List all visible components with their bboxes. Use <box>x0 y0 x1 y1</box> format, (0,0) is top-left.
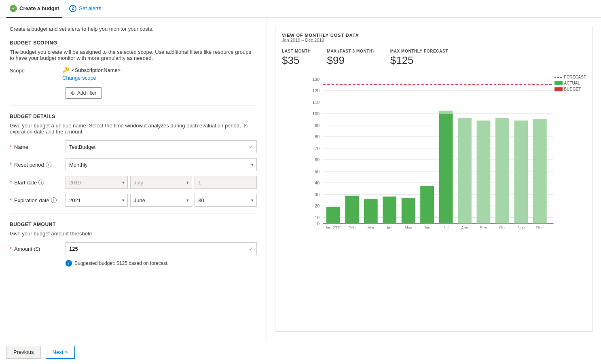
exp-year-select[interactable]: 202120222023 <box>66 194 128 207</box>
stats-row: LAST MONTH $35 MAX (PAST 8 MONTH) $99 MA… <box>282 49 586 67</box>
next-button[interactable]: Next > <box>46 346 75 359</box>
svg-text:Nov: Nov <box>517 226 525 229</box>
start-date-fields: 201920202021 JulyJanuaryFebruary <box>66 176 257 189</box>
name-row: * Name ✓ <box>10 140 257 153</box>
expiration-date-row: * Expiration date i 202120222023 JuneJan… <box>10 194 257 207</box>
budget-scoping-desc: The budget you create will be assigned t… <box>10 49 257 61</box>
svg-text:80: 80 <box>315 134 320 139</box>
bar-jul <box>439 114 453 223</box>
legend-actual-label: ACTUAL <box>564 81 580 85</box>
svg-text:Oct: Oct <box>499 226 506 229</box>
amount-input-wrapper: ✓ <box>66 242 257 255</box>
tab-num-icon: 2 <box>69 5 76 12</box>
budget-amount-title: BUDGET AMOUNT <box>10 222 257 227</box>
add-filter-button[interactable]: ⊕ Add filter <box>66 87 102 99</box>
bar-apr <box>383 197 396 224</box>
key-icon: 🔑 <box>62 67 69 73</box>
legend-forecast-label: FORECAST <box>564 75 586 79</box>
svg-text:20: 20 <box>315 203 320 208</box>
svg-text:Feb: Feb <box>349 226 356 229</box>
start-year-select[interactable]: 201920202021 <box>66 176 128 189</box>
start-year-wrapper: 201920202021 <box>66 176 128 189</box>
exp-day-select[interactable]: 30128 <box>195 194 257 207</box>
start-month-wrapper: JulyJanuaryFebruary <box>130 176 193 189</box>
bar-jun <box>420 186 434 223</box>
divider-2 <box>10 213 257 214</box>
bar-feb <box>345 196 359 224</box>
svg-text:110: 110 <box>313 100 320 105</box>
svg-text:Apr: Apr <box>386 226 393 229</box>
legend-forecast: FORECAST <box>554 75 586 79</box>
scope-subscription: <SubscriptionName> <box>72 67 121 73</box>
scope-row: Scope 🔑 <SubscriptionName> Change scope <box>10 67 257 81</box>
legend-actual-block <box>554 81 563 85</box>
tab-create-budget-label: Create a budget <box>19 5 59 11</box>
svg-text:Aug: Aug <box>461 226 468 229</box>
bar-may <box>402 198 415 223</box>
tab-set-alerts[interactable]: 2 Set alerts <box>66 0 104 18</box>
exp-day-wrapper: 30128 <box>195 194 257 207</box>
forecast-stat-label: MAX MONTHLY FORECAST <box>390 49 448 53</box>
scope-value: 🔑 <SubscriptionName> <box>62 67 121 73</box>
last-month-label: LAST MONTH <box>282 49 311 53</box>
chart-svg: 130 120 110 100 90 80 70 <box>282 75 586 229</box>
change-scope-link[interactable]: Change scope <box>62 75 121 81</box>
add-filter-label: Add filter <box>77 90 96 96</box>
scope-label: Scope <box>10 67 62 74</box>
svg-text:70: 70 <box>315 146 320 151</box>
svg-text:30: 30 <box>315 192 320 197</box>
reset-required: * <box>10 162 12 168</box>
forecast-stat-value: $125 <box>390 54 448 67</box>
tab-check-icon: ✓ <box>10 5 17 12</box>
chart-title: VIEW OF MONTHLY COST DATA <box>282 33 586 38</box>
svg-text:Sep: Sep <box>480 226 487 229</box>
name-check-icon: ✓ <box>249 144 254 150</box>
tab-create-budget[interactable]: ✓ Create a budget <box>6 0 62 18</box>
name-input[interactable] <box>66 140 257 153</box>
start-info-icon[interactable]: i <box>38 180 44 185</box>
reset-period-select[interactable]: Monthly Daily Quarterly Annually Billing… <box>66 158 257 171</box>
amount-check-icon: ✓ <box>249 245 254 252</box>
svg-text:120: 120 <box>313 88 320 93</box>
bar-nov <box>514 121 528 223</box>
left-panel: Create a budget and set alerts to help y… <box>0 18 267 340</box>
chart-area: 130 120 110 100 90 80 70 <box>282 75 586 229</box>
expiration-date-label: * Expiration date i <box>10 197 62 203</box>
previous-button[interactable]: Previous <box>6 346 41 359</box>
bar-dec <box>533 119 547 224</box>
divider-1 <box>10 105 257 106</box>
amount-required: * <box>10 246 12 252</box>
name-label: * Name <box>10 144 62 150</box>
svg-text:100: 100 <box>313 111 320 116</box>
amount-label: * Amount ($) <box>10 246 62 252</box>
last-month-value: $35 <box>282 54 311 67</box>
max-label: MAX (PAST 8 MONTH) <box>327 49 374 53</box>
amount-input[interactable] <box>66 242 257 255</box>
svg-text:40: 40 <box>315 180 320 185</box>
name-input-wrapper: ✓ <box>66 140 257 153</box>
reset-info-icon[interactable]: i <box>46 162 51 167</box>
bar-mar <box>364 199 378 223</box>
suggested-text: Suggested budget: $125 based on forecast… <box>74 260 169 266</box>
start-month-select[interactable]: JulyJanuaryFebruary <box>130 176 193 189</box>
tab-set-alerts-label: Set alerts <box>79 5 101 11</box>
legend-budget-block <box>554 87 563 91</box>
page-subtitle: Create a budget and set alerts to help y… <box>10 26 257 32</box>
right-panel: VIEW OF MONTHLY COST DATA Jan 2019 – Dec… <box>267 18 601 340</box>
svg-text:Dec: Dec <box>536 226 544 229</box>
bar-sep <box>477 121 491 223</box>
exp-month-select[interactable]: JuneJanuaryJuly <box>130 194 193 207</box>
budget-details-desc: Give your budget a unique name. Select t… <box>10 123 257 135</box>
svg-text:Mar: Mar <box>367 226 375 229</box>
add-filter-icon: ⊕ <box>71 90 75 96</box>
exp-month-wrapper: JuneJanuaryJuly <box>130 194 193 207</box>
scope-value-col: 🔑 <SubscriptionName> Change scope <box>62 67 121 81</box>
svg-text:60: 60 <box>315 157 320 162</box>
start-day-input[interactable] <box>195 176 257 189</box>
exp-info-icon[interactable]: i <box>51 197 57 203</box>
last-month-stat: LAST MONTH $35 <box>282 49 311 67</box>
footer: Previous Next > <box>0 340 601 364</box>
svg-text:Jul: Jul <box>443 226 449 229</box>
exp-required: * <box>10 197 12 203</box>
main-content: Create a budget and set alerts to help y… <box>0 18 601 340</box>
